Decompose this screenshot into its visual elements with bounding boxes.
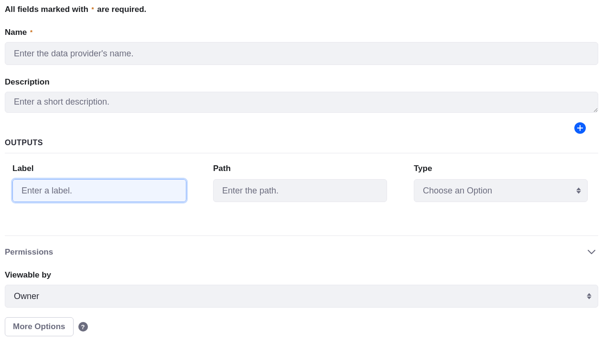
permissions-toggle[interactable]: Permissions — [5, 247, 598, 257]
help-icon[interactable]: ? — [78, 322, 88, 332]
asterisk-icon: * — [30, 29, 32, 36]
required-fields-note: All fields marked with * are required. — [5, 5, 598, 14]
output-label-column: Label — [12, 164, 186, 202]
viewable-by-label: Viewable by — [5, 270, 51, 280]
name-field-group: Name * — [5, 28, 598, 65]
chevron-down-icon — [588, 250, 595, 255]
add-output-button[interactable] — [574, 122, 586, 134]
viewable-by-value: Owner — [5, 285, 598, 308]
asterisk-icon: * — [92, 6, 94, 13]
outputs-row: Label Path Type Choose an Option — [5, 153, 598, 202]
output-type-select[interactable]: Choose an Option — [414, 179, 588, 202]
label-column-header: Label — [12, 164, 186, 173]
permissions-title: Permissions — [5, 247, 53, 257]
name-label: Name * — [5, 28, 33, 37]
type-column-header: Type — [414, 164, 588, 173]
output-path-column: Path — [213, 164, 387, 202]
output-path-input[interactable] — [213, 179, 387, 202]
description-input[interactable] — [5, 92, 598, 113]
description-label: Description — [5, 77, 50, 87]
name-label-text: Name — [5, 28, 27, 37]
required-note-after: are required. — [97, 5, 146, 14]
more-options-row: More Options ? — [5, 317, 598, 336]
required-note-before: All fields marked with — [5, 5, 88, 14]
outputs-section: OUTPUTS Label Path Type Choose an Option — [5, 139, 598, 202]
viewable-by-field: Viewable by Owner — [5, 270, 598, 308]
path-column-header: Path — [213, 164, 387, 173]
output-type-select-value: Choose an Option — [414, 179, 588, 202]
output-type-column: Type Choose an Option — [414, 164, 588, 202]
output-label-input[interactable] — [12, 179, 186, 202]
description-field-group: Description — [5, 77, 598, 115]
viewable-by-select[interactable]: Owner — [5, 285, 598, 308]
permissions-section: Permissions Viewable by Owner More Optio… — [5, 236, 598, 336]
name-input[interactable] — [5, 42, 598, 65]
plus-icon — [577, 125, 583, 131]
more-options-button[interactable]: More Options — [5, 317, 74, 336]
outputs-title: OUTPUTS — [5, 139, 598, 153]
